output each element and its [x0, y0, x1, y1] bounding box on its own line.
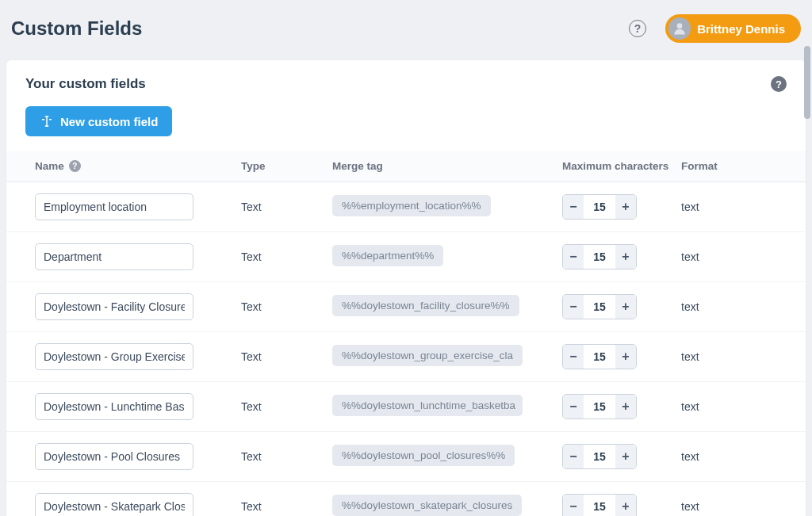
field-type: Text — [241, 450, 332, 463]
max-chars-value: 15 — [584, 195, 615, 219]
table-row: Text %%doylestown_skatepark_closures − 1… — [6, 482, 806, 516]
merge-tag: %%doylestown_lunchtime_basketba — [332, 395, 523, 416]
format-value: text — [681, 350, 787, 363]
avatar — [668, 17, 691, 40]
help-icon[interactable]: ? — [629, 20, 646, 37]
merge-tag: %%employment_location%% — [332, 195, 491, 216]
merge-tag: %%doylestown_pool_closures%% — [332, 445, 515, 466]
col-type: Type — [241, 160, 332, 172]
decrement-button[interactable]: − — [563, 195, 584, 219]
new-button-label: New custom field — [60, 115, 158, 128]
format-value: text — [681, 300, 787, 313]
quantity-stepper: − 15 + — [562, 494, 637, 516]
increment-button[interactable]: + — [615, 195, 636, 219]
field-name-input[interactable] — [35, 493, 193, 516]
merge-tag: %%doylestown_group_exercise_cla — [332, 345, 523, 366]
field-name-input[interactable] — [35, 343, 193, 370]
merge-tag: %%doylestown_facility_closure%% — [332, 295, 519, 316]
decrement-button[interactable]: − — [563, 495, 584, 516]
decrement-button[interactable]: − — [563, 245, 584, 269]
max-chars-value: 15 — [584, 495, 615, 516]
field-type: Text — [241, 500, 332, 513]
quantity-stepper: − 15 + — [562, 444, 637, 469]
table-row: Text %%doylestown_pool_closures%% − 15 +… — [6, 432, 806, 482]
decrement-button[interactable]: − — [563, 445, 584, 468]
scrollbar[interactable] — [804, 0, 811, 516]
field-name-input[interactable] — [35, 443, 193, 470]
table-row: Text %%department%% − 15 + text — [6, 232, 806, 282]
page-title: Custom Fields — [11, 17, 142, 40]
decrement-button[interactable]: − — [563, 295, 584, 319]
format-value: text — [681, 450, 787, 463]
field-name-input[interactable] — [35, 293, 193, 320]
increment-button[interactable]: + — [615, 295, 636, 319]
card-help-icon[interactable]: ? — [771, 76, 787, 92]
quantity-stepper: − 15 + — [562, 244, 637, 269]
custom-fields-card: Your custom fields ? New custom field Na… — [6, 60, 806, 516]
max-chars-value: 15 — [584, 345, 615, 369]
table-row: Text %%doylestown_facility_closure%% − 1… — [6, 282, 806, 332]
svg-point-0 — [677, 23, 683, 29]
scrollbar-thumb[interactable] — [804, 46, 810, 119]
table-row: Text %%employment_location%% − 15 + text — [6, 182, 806, 232]
card-header: Your custom fields ? — [6, 60, 806, 106]
col-name: Name ? — [35, 160, 241, 172]
format-value: text — [681, 400, 787, 413]
increment-button[interactable]: + — [615, 345, 636, 369]
merge-tag: %%department%% — [332, 245, 443, 266]
page-header: Custom Fields ? Brittney Dennis — [0, 0, 812, 60]
field-name-input[interactable] — [35, 243, 193, 270]
increment-button[interactable]: + — [615, 495, 636, 516]
table-header: Name ? Type Merge tag Maximum characters… — [6, 151, 806, 182]
col-format: Format — [681, 160, 787, 172]
field-type: Text — [241, 201, 332, 213]
text-cursor-icon — [40, 114, 54, 128]
person-icon — [672, 21, 688, 36]
max-chars-value: 15 — [584, 245, 615, 269]
col-max-chars: Maximum characters — [562, 160, 681, 172]
format-value: text — [681, 500, 787, 513]
table-row: Text %%doylestown_group_exercise_cla − 1… — [6, 332, 806, 382]
quantity-stepper: − 15 + — [562, 194, 637, 220]
table-row: Text %%doylestown_lunchtime_basketba − 1… — [6, 382, 806, 432]
increment-button[interactable]: + — [615, 395, 636, 419]
user-badge[interactable]: Brittney Dennis — [665, 14, 801, 43]
quantity-stepper: − 15 + — [562, 294, 637, 319]
table-body: Text %%employment_location%% − 15 + text… — [6, 182, 806, 516]
decrement-button[interactable]: − — [563, 395, 584, 419]
name-help-icon[interactable]: ? — [69, 160, 81, 172]
increment-button[interactable]: + — [615, 445, 636, 468]
field-type: Text — [241, 350, 332, 363]
format-value: text — [681, 201, 787, 213]
user-name: Brittney Dennis — [697, 22, 785, 36]
merge-tag: %%doylestown_skatepark_closures — [332, 495, 522, 516]
max-chars-value: 15 — [584, 295, 615, 319]
field-name-input[interactable] — [35, 193, 193, 220]
field-type: Text — [241, 400, 332, 413]
max-chars-value: 15 — [584, 445, 615, 468]
quantity-stepper: − 15 + — [562, 394, 637, 419]
col-merge-tag: Merge tag — [332, 160, 562, 172]
quantity-stepper: − 15 + — [562, 344, 637, 369]
max-chars-value: 15 — [584, 395, 615, 419]
card-title: Your custom fields — [25, 76, 146, 92]
format-value: text — [681, 250, 787, 263]
field-type: Text — [241, 300, 332, 313]
increment-button[interactable]: + — [615, 245, 636, 269]
header-actions: ? Brittney Dennis — [629, 14, 801, 43]
field-type: Text — [241, 250, 332, 263]
decrement-button[interactable]: − — [563, 345, 584, 369]
new-custom-field-button[interactable]: New custom field — [25, 106, 172, 136]
field-name-input[interactable] — [35, 393, 193, 420]
